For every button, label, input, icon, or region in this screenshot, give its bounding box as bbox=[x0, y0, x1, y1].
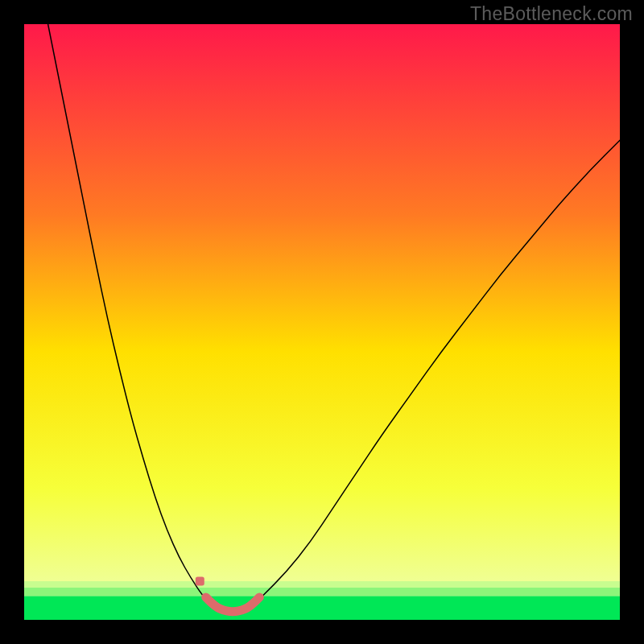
chart-frame: TheBottleneck.com bbox=[0, 0, 644, 644]
bottom-fade bbox=[24, 588, 620, 596]
plot-area bbox=[24, 24, 620, 620]
plot-svg bbox=[24, 24, 620, 620]
bottom-fade2 bbox=[24, 581, 620, 588]
series-marker-dot-point bbox=[196, 576, 204, 585]
watermark-label: TheBottleneck.com bbox=[470, 3, 633, 25]
bottom-green-band bbox=[24, 596, 620, 620]
gradient-background bbox=[24, 24, 620, 620]
